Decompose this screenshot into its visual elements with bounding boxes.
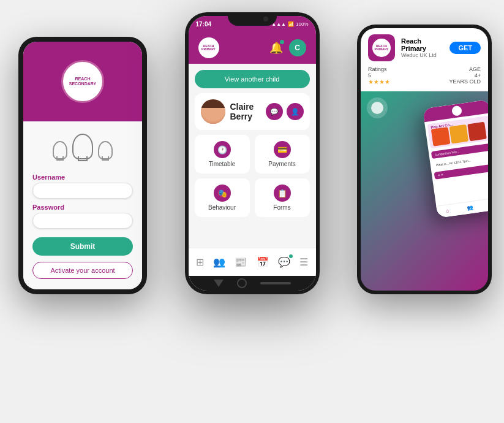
phone-center-screen: 17:04 ▲▲▲ 📶 100% REACH PRIMARY 🔔 [189,16,316,291]
timetable-icon: 🕐 [214,141,231,158]
left-top-section: REACH SECONDARY [23,42,142,121]
nav-grid-icon[interactable]: ⊞ [196,256,204,268]
app-details: Reach Primary Weduc UK Ltd [401,37,443,58]
submit-button[interactable]: Submit [32,237,133,256]
phone-left: REACH SECONDARY Username Password [18,37,147,294]
behaviour-label: Behaviour [208,204,236,211]
years-label: YEARS OLD [449,78,481,85]
home-indicator [189,276,316,291]
mini-bottom-nav: ⌂ 👥 ☰ [436,197,488,218]
ratings-count-label: Ratings [368,66,390,72]
age-value: 4+ [449,72,481,78]
user-info: Claire Berry [201,99,266,124]
get-app-button[interactable]: GET [449,42,481,54]
age-label: AGE [449,66,481,72]
avatar-hair [201,99,225,108]
nav-chat-dot [289,254,293,258]
profile-button[interactable]: 👤 [287,103,304,120]
right-logo-overlay [367,97,388,118]
recents-button[interactable] [260,282,291,284]
mini-phone-logo [451,105,462,116]
bottom-nav: ⊞ 👥 📰 📅 💬 ☰ [189,248,316,276]
gradient-section: Pop Art Co... Competition Win... What i [361,91,488,291]
user-actions: 💬 👤 [266,103,304,120]
bell-notification-dot [280,40,284,44]
ratings-count: 5 [368,72,390,78]
app-icon-inner: REACHPRIMARY [372,39,391,57]
app-store-header: REACHPRIMARY Reach Primary Weduc UK Ltd … [368,34,481,61]
left-body: Username Password Submit Activate your a… [23,121,142,289]
avatar-face [201,99,225,124]
lightbulb-decoration [53,134,113,159]
left-logo: REACH SECONDARY [69,77,96,87]
payments-button[interactable]: 💳 Payments [255,135,310,173]
username-label: Username [32,173,133,181]
app-store-section: REACHPRIMARY Reach Primary Weduc UK Ltd … [361,28,488,91]
timetable-label: Timetable [209,161,236,167]
ratings-section: Ratings 5 ★★★★ [368,66,390,85]
payments-label: Payments [268,161,295,167]
center-content: View another child Claire Berry 💬 👤 [189,64,316,248]
status-time: 17:04 [196,21,212,28]
mini-img-3 [467,122,487,142]
mini-phone-content: Pop Art Co... Competition Win... What i [424,113,488,182]
header-user-avatar[interactable]: C [289,39,306,56]
nav-menu-icon[interactable]: ☰ [299,256,308,268]
forms-icon: 📋 [274,185,291,202]
nav-chat-icon[interactable]: 💬 [278,256,290,268]
forms-label: Forms [273,204,290,211]
behaviour-icon: 🎭 [214,185,231,202]
mini-nav-home: ⌂ [446,208,449,214]
home-button[interactable] [237,278,247,288]
left-logo-circle: REACH SECONDARY [61,60,104,103]
login-form: Username Password [32,169,133,229]
scene: REACH SECONDARY Username Password [0,0,504,423]
mini-img-1 [431,127,451,147]
view-child-button[interactable]: View another child [195,70,310,88]
lightbulb-small-left [53,141,67,159]
center-logo: REACH PRIMARY [198,37,219,58]
age-section: AGE 4+ YEARS OLD [449,66,481,85]
user-card: Claire Berry 💬 👤 [195,93,310,130]
password-input[interactable] [32,213,133,229]
mini-phone: Pop Art Co... Competition Win... What i [423,99,488,218]
password-label: Password [32,204,133,211]
feature-grid: 🕐 Timetable 💳 Payments 🎭 Behaviour 📋 For… [195,135,310,217]
wifi-icon: 📶 [288,21,294,27]
nav-calendar-icon[interactable]: 📅 [257,256,269,268]
message-button[interactable]: 💬 [266,103,283,120]
forms-button[interactable]: 📋 Forms [255,178,310,217]
user-avatar [201,99,225,124]
lightbulb-small-right [98,141,113,159]
bell-wrapper: 🔔 [269,41,283,55]
ratings-stars: ★★★★ [368,78,390,85]
timetable-button[interactable]: 🕐 Timetable [195,135,250,173]
payments-icon: 💳 [274,141,291,158]
mini-img-2 [449,124,469,144]
mini-card-1: Pop Art Co... [427,116,488,149]
app-developer: Weduc UK Ltd [401,52,443,58]
app-icon: REACHPRIMARY [368,34,395,61]
activate-account-button[interactable]: Activate your account [32,262,133,279]
header-icons: 🔔 C [269,39,306,56]
nav-news-icon[interactable]: 📰 [235,256,247,268]
center-header: REACH PRIMARY 🔔 C [189,32,316,64]
nav-people-icon[interactable]: 👥 [213,256,225,268]
lightbulb-main [72,134,93,159]
battery-icon: 100% [296,21,308,27]
mini-nav-people: 👥 [467,205,473,211]
phone-center: 17:04 ▲▲▲ 📶 100% REACH PRIMARY 🔔 [185,12,320,294]
user-name: Claire Berry [230,102,266,121]
phone-right: REACHPRIMARY Reach Primary Weduc UK Ltd … [357,25,492,294]
username-input[interactable] [32,183,133,199]
phone-right-screen: REACHPRIMARY Reach Primary Weduc UK Ltd … [361,28,488,291]
phone-left-screen: REACH SECONDARY Username Password [23,42,142,289]
phone-notch [228,12,277,26]
behaviour-button[interactable]: 🎭 Behaviour [195,178,250,217]
app-name: Reach Primary [401,37,443,52]
back-button[interactable] [214,280,224,287]
status-icons: ▲▲▲ 📶 100% [271,21,308,27]
app-meta: Ratings 5 ★★★★ AGE 4+ YEARS OLD [368,66,481,85]
